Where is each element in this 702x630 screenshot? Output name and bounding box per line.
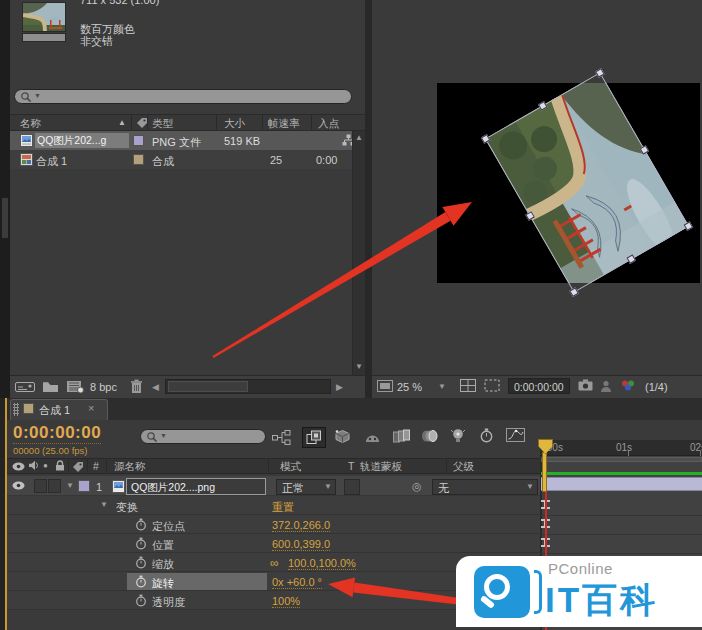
project-search-input[interactable]: ▼ bbox=[14, 89, 352, 104]
hscroll-right-icon[interactable]: ▶ bbox=[336, 383, 343, 392]
scroll-up-icon[interactable]: ▲ bbox=[355, 134, 363, 142]
image-file-icon bbox=[20, 134, 33, 149]
property-label[interactable]: 定位点 bbox=[152, 519, 185, 534]
show-snapshot-icon[interactable] bbox=[600, 380, 612, 394]
playhead-stem[interactable] bbox=[542, 452, 547, 492]
label-color-column-icon bbox=[72, 461, 85, 474]
footage-label-swatch[interactable] bbox=[133, 135, 144, 146]
layer-audio-toggle[interactable] bbox=[34, 479, 47, 493]
property-label[interactable]: 缩放 bbox=[152, 557, 174, 572]
footage-info-line3: 非交错 bbox=[80, 34, 113, 49]
property-label[interactable]: 透明度 bbox=[152, 595, 185, 610]
stopwatch-icon[interactable] bbox=[135, 537, 147, 552]
work-area-bar[interactable] bbox=[541, 457, 702, 462]
rotated-layer-image[interactable] bbox=[485, 83, 689, 283]
comp-mini-flowchart-icon[interactable] bbox=[272, 430, 291, 447]
region-of-interest-icon[interactable] bbox=[484, 379, 500, 394]
audio-icon bbox=[28, 460, 39, 473]
layer-solo-toggle[interactable] bbox=[48, 479, 61, 493]
timeline-search-input[interactable]: ▼ bbox=[140, 429, 266, 444]
trkmat-box[interactable] bbox=[344, 479, 360, 495]
live-update-button[interactable] bbox=[302, 427, 326, 448]
property-value[interactable]: 600.0,399.0 bbox=[272, 538, 330, 551]
safe-zones-icon[interactable] bbox=[460, 379, 476, 394]
trash-icon[interactable] bbox=[130, 379, 143, 396]
stopwatch-icon[interactable] bbox=[135, 556, 147, 571]
footage-name[interactable]: QQ图片202...g bbox=[35, 133, 129, 148]
hscroll-left-icon[interactable]: ◀ bbox=[152, 383, 159, 392]
tab-comp-swatch bbox=[23, 403, 34, 414]
scale-link-icon[interactable]: ∞ bbox=[270, 556, 279, 570]
layer-visibility-eye-icon[interactable] bbox=[12, 480, 25, 492]
watermark-title: IT百科 bbox=[545, 577, 658, 624]
column-header-in[interactable]: 入点 bbox=[318, 117, 339, 131]
scroll-down-icon[interactable]: ▼ bbox=[355, 363, 363, 371]
project-bit-depth[interactable]: 8 bpc bbox=[90, 381, 117, 393]
search-options-icon[interactable]: ▼ bbox=[34, 92, 41, 99]
comp-label-swatch[interactable] bbox=[133, 154, 144, 165]
transform-expand-icon[interactable]: ▼ bbox=[100, 501, 108, 509]
left-panel-notch[interactable] bbox=[2, 198, 8, 238]
property-label[interactable]: 位置 bbox=[152, 538, 174, 553]
property-value[interactable]: 100% bbox=[272, 595, 300, 608]
solo-icon: ● bbox=[43, 461, 48, 470]
comp-canvas[interactable] bbox=[437, 83, 700, 283]
rotation-label-highlight bbox=[127, 573, 267, 590]
blend-mode-dropdown-icon[interactable]: ▼ bbox=[324, 483, 332, 491]
comp-name[interactable]: 合成 1 bbox=[36, 154, 67, 169]
interpret-footage-icon[interactable] bbox=[15, 380, 36, 396]
layer-duration-bar[interactable] bbox=[541, 477, 702, 491]
snapshot-camera-icon[interactable] bbox=[578, 379, 593, 393]
search-options-icon[interactable]: ▼ bbox=[160, 432, 167, 439]
zoom-dropdown-icon[interactable]: ▼ bbox=[438, 383, 446, 391]
draft-3d-icon[interactable] bbox=[334, 429, 351, 446]
property-value[interactable]: 100.0,100.0% bbox=[288, 557, 356, 570]
panel-divider[interactable] bbox=[365, 0, 372, 398]
watermark-brand: PConline bbox=[548, 560, 613, 577]
frame-blend-icon[interactable] bbox=[393, 429, 411, 446]
viewer-zoom-level[interactable]: 25 % bbox=[397, 381, 422, 393]
shy-layers-icon[interactable] bbox=[364, 432, 381, 445]
sort-ascending-icon[interactable]: ▲ bbox=[118, 118, 126, 127]
property-value[interactable]: 0x +60.0 ° bbox=[272, 576, 322, 589]
property-value[interactable]: 372.0,266.0 bbox=[272, 519, 330, 532]
timeline-timecode[interactable]: 0:00:00:00 bbox=[13, 423, 101, 444]
timeline-frame-info[interactable]: 00000 (25.00 fps) bbox=[13, 445, 87, 456]
layer-label-swatch[interactable] bbox=[78, 480, 90, 492]
graph-editor-icon[interactable] bbox=[506, 428, 525, 444]
viewer-timecode[interactable]: 0:00:00:00 bbox=[514, 381, 564, 393]
column-header-type[interactable]: 类型 bbox=[152, 117, 173, 131]
tab-drag-grip[interactable] bbox=[13, 403, 19, 416]
lock-icon bbox=[55, 460, 65, 473]
ruler-tick bbox=[700, 451, 701, 456]
hscrollbar-thumb[interactable] bbox=[168, 381, 248, 392]
auto-keyframe-icon[interactable] bbox=[479, 428, 494, 445]
viewer-view-index[interactable]: (1/4) bbox=[645, 381, 668, 393]
parent-pickwhip-icon[interactable]: ◎ bbox=[412, 480, 422, 493]
timeline-tab-label[interactable]: 合成 1 bbox=[39, 403, 70, 418]
property-label[interactable]: 旋转 bbox=[152, 576, 174, 591]
brainstorm-icon[interactable] bbox=[450, 428, 466, 445]
stopwatch-icon[interactable] bbox=[135, 518, 147, 533]
layer-expand-icon[interactable]: ▼ bbox=[66, 482, 74, 490]
column-header-t: T bbox=[348, 460, 354, 472]
column-header-rate[interactable]: 帧速率 bbox=[268, 117, 300, 131]
new-folder-icon[interactable] bbox=[42, 380, 59, 395]
channel-rgb-icon[interactable] bbox=[620, 379, 636, 394]
column-header-size[interactable]: 大小 bbox=[224, 117, 245, 131]
transform-group-label[interactable]: 变换 bbox=[116, 500, 138, 515]
project-vscrollbar[interactable] bbox=[352, 131, 365, 375]
transform-reset-link[interactable]: 重置 bbox=[272, 500, 294, 516]
footage-type: PNG 文件 bbox=[152, 135, 201, 150]
stopwatch-icon[interactable] bbox=[135, 594, 147, 609]
layer-source-name[interactable]: QQ图片202....png bbox=[131, 481, 215, 495]
motion-blur-icon[interactable] bbox=[421, 429, 438, 445]
column-header-name[interactable]: 名称 bbox=[20, 117, 41, 131]
stopwatch-icon[interactable] bbox=[135, 575, 147, 590]
layer-blend-mode-value[interactable]: 正常 bbox=[282, 481, 304, 496]
layer-parent-value[interactable]: 无 bbox=[438, 481, 449, 496]
tab-close-icon[interactable]: × bbox=[88, 402, 94, 414]
new-composition-icon[interactable] bbox=[66, 379, 85, 396]
always-preview-icon[interactable] bbox=[377, 380, 393, 394]
parent-dropdown-icon[interactable]: ▼ bbox=[526, 483, 534, 491]
